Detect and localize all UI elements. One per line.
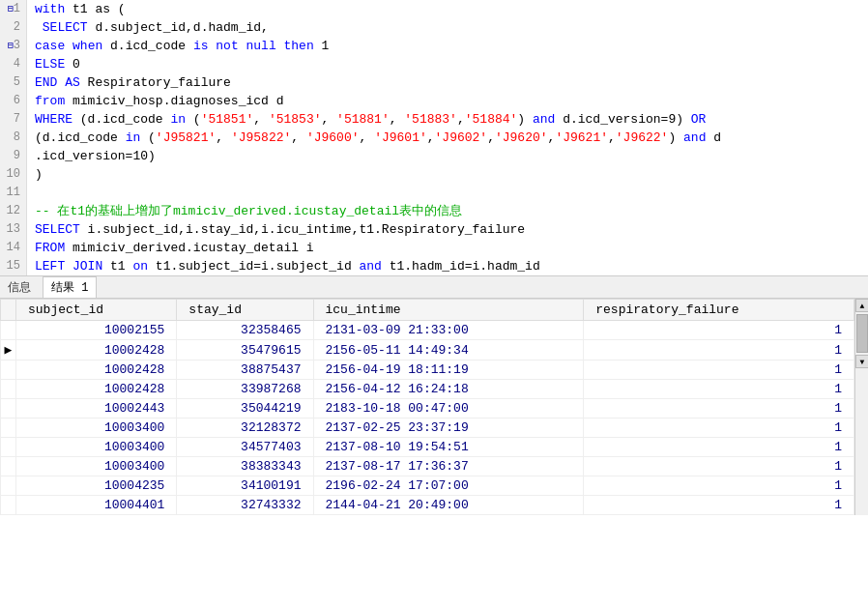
kw-token: LEFT JOIN — [35, 259, 102, 274]
table-row[interactable]: 10004401327433322144-04-21 20:49:001 — [1, 496, 854, 515]
table-row[interactable]: 10003400383833432137-08-17 17:36:371 — [1, 457, 854, 476]
plain-token: t1 — [102, 259, 132, 274]
icu-intime-cell: 2183-10-18 00:47:00 — [313, 399, 584, 418]
plain-token: , — [216, 130, 231, 145]
icu-intime-cell: 2137-08-17 17:36:37 — [313, 457, 584, 476]
line-content: LEFT JOIN t1 on t1.subject_id=i.subject_… — [27, 257, 868, 275]
code-line: 8(d.icd_code in ('J95821', 'J95822', 'J9… — [0, 129, 868, 147]
status-bar: 信息 结果 1 — [0, 275, 868, 299]
line-content: FROM mimiciv_derived.icustay_detail i — [27, 239, 868, 257]
line-number: 7 — [0, 110, 27, 129]
line-number: 9 — [0, 147, 27, 165]
plain-token: t1 as ( — [65, 2, 125, 16]
stay-id-cell: 33987268 — [177, 380, 313, 399]
column-header: icu_intime — [313, 300, 584, 321]
row-indicator — [1, 399, 16, 418]
plain-token: , — [291, 130, 306, 145]
plain-token: , — [253, 112, 269, 127]
results-section: subject_idstay_idicu_intimerespiratory_f… — [0, 299, 868, 515]
subject-id-cell: 10002428 — [16, 380, 177, 399]
plain-token: (d.icd_code — [35, 130, 126, 145]
plain-token: ) — [668, 130, 683, 145]
line-content: ) — [27, 165, 868, 184]
icu-intime-cell: 2137-08-10 19:54:51 — [313, 438, 584, 457]
str-token: 'J95822' — [231, 130, 291, 145]
plain-token: d.icd_code — [102, 39, 193, 53]
icu-intime-cell: 2156-05-11 14:49:34 — [313, 340, 584, 361]
kw-token: is not null — [193, 39, 276, 53]
plain-token: ) — [517, 112, 533, 127]
kw-token: and — [683, 130, 706, 145]
str-token: 'J9600' — [306, 130, 360, 145]
kw-token: SELECT — [43, 20, 88, 35]
kw-token: from — [35, 94, 65, 108]
table-row[interactable]: 10002428339872682156-04-12 16:24:181 — [1, 380, 854, 399]
subject-id-cell: 10004235 — [16, 476, 177, 496]
plain-token: d.icd_version=9) — [555, 112, 690, 127]
info-tab-label[interactable]: 信息 — [8, 279, 31, 296]
str-token: '51881' — [336, 112, 390, 127]
kw-token: and — [533, 112, 555, 127]
plain-token: ) — [35, 167, 43, 182]
table-row[interactable]: 10003400345774032137-08-10 19:54:511 — [1, 438, 854, 457]
plain-token: ( — [140, 130, 156, 145]
table-row[interactable]: ▶10002428354796152156-05-11 14:49:341 — [1, 340, 854, 361]
table-row[interactable]: 10002428388754372156-04-19 18:11:191 — [1, 361, 854, 380]
line-number: 6 — [0, 92, 27, 110]
subject-id-cell: 10003400 — [16, 438, 177, 457]
plain-token: (d.icd_code — [72, 112, 170, 127]
table-row[interactable]: 10003400321283722137-02-25 23:37:191 — [1, 418, 854, 438]
code-editor: ⊟1with t1 as (2 SELECT d.subject_id,d.ha… — [0, 0, 868, 275]
icu-intime-cell: 2156-04-12 16:24:18 — [313, 380, 584, 399]
line-content — [27, 184, 868, 202]
str-token: '51883' — [404, 112, 457, 127]
scroll-down-button[interactable]: ▼ — [855, 355, 868, 368]
respiratory-failure-cell: 1 — [584, 361, 854, 380]
indicator-header — [1, 300, 16, 321]
line-content: case when d.icd_code is not null then 1 — [27, 37, 868, 55]
line-number: ⊟1 — [0, 0, 27, 18]
code-line: 10) — [0, 165, 868, 184]
line-content: SELECT i.subject_id,i.stay_id,i.icu_inti… — [27, 220, 868, 239]
row-indicator: ▶ — [1, 340, 16, 361]
kw-token: then — [284, 39, 314, 53]
code-line: 14FROM mimiciv_derived.icustay_detail i — [0, 239, 868, 257]
kw-token: OR — [691, 112, 707, 127]
code-line: 5END AS Respiratory_failure — [0, 73, 868, 92]
respiratory-failure-cell: 1 — [584, 380, 854, 399]
line-number: 12 — [0, 202, 27, 220]
comment-token: -- 在t1的基础上增加了mimiciv_derived.icustay_det… — [35, 204, 462, 218]
line-number: 15 — [0, 257, 27, 275]
table-row[interactable]: 10002155323584652131-03-09 21:33:001 — [1, 321, 854, 340]
line-content: END AS Respiratory_failure — [27, 73, 868, 92]
row-indicator — [1, 476, 16, 496]
table-row[interactable]: 10004235341001912196-02-24 17:07:001 — [1, 476, 854, 496]
respiratory-failure-cell: 1 — [584, 321, 854, 340]
kw-token: FROM — [35, 241, 65, 255]
scrollbar[interactable]: ▲ ▼ — [854, 299, 868, 515]
code-line: 7WHERE (d.icd_code in ('51851', '51853',… — [0, 110, 868, 129]
str-token: 'J9620' — [495, 130, 548, 145]
scroll-thumb[interactable] — [856, 314, 868, 353]
column-header: stay_id — [177, 300, 313, 321]
code-line: 13SELECT i.subject_id,i.stay_id,i.icu_in… — [0, 220, 868, 239]
line-content: from mimiciv_hosp.diagnoses_icd d — [27, 92, 868, 110]
scroll-up-button[interactable]: ▲ — [855, 299, 868, 312]
line-number: 2 — [0, 18, 27, 37]
plain-token: , — [487, 130, 495, 145]
results-table: subject_idstay_idicu_intimerespiratory_f… — [0, 299, 854, 515]
str-token: '51884' — [465, 112, 518, 127]
results-tab[interactable]: 结果 1 — [43, 276, 97, 298]
respiratory-failure-cell: 1 — [584, 496, 854, 515]
subject-id-cell: 10003400 — [16, 418, 177, 438]
kw-token: WHERE — [35, 112, 72, 127]
str-token: 'J9602' — [435, 130, 488, 145]
plain-token: t1.subject_id=i.subject_id — [148, 259, 359, 274]
plain-token: , — [427, 130, 435, 145]
plain-token — [65, 39, 72, 53]
plain-token: mimiciv_hosp.diagnoses_icd d — [65, 94, 283, 108]
table-row[interactable]: 10002443350442192183-10-18 00:47:001 — [1, 399, 854, 418]
line-content: WHERE (d.icd_code in ('51851', '51853', … — [27, 110, 868, 129]
stay-id-cell: 35479615 — [177, 340, 313, 361]
respiratory-failure-cell: 1 — [584, 476, 854, 496]
